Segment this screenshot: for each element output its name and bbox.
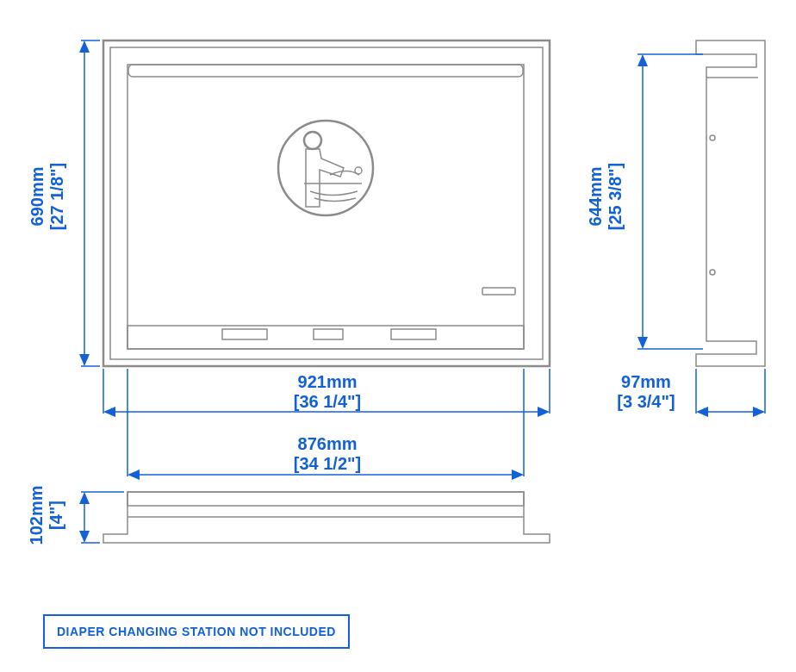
label-side-depth: 97mm [3 3/4"]: [594, 372, 698, 412]
note-box: DIAPER CHANGING STATION NOT INCLUDED: [43, 614, 350, 649]
label-front-inner-width-mm: 876mm: [298, 434, 358, 453]
svg-marker-45: [79, 492, 90, 504]
svg-marker-46: [79, 531, 90, 543]
label-top-depth-in: [4"]: [47, 501, 65, 530]
label-side-height: 644mm [25 3/8"]: [586, 136, 625, 257]
top-view: [0, 0, 796, 672]
label-front-inner-width: 876mm [34 1/2"]: [258, 434, 396, 474]
svg-rect-40: [127, 492, 524, 506]
label-top-depth-mm: 102mm: [27, 486, 46, 545]
label-front-width: 921mm [36 1/4"]: [258, 372, 396, 412]
label-front-height-mm: 690mm: [28, 167, 47, 227]
dim-top-depth: [79, 492, 124, 543]
label-side-depth-in: [3 3/4"]: [617, 392, 675, 411]
label-front-inner-width-in: [34 1/2"]: [294, 454, 361, 473]
label-side-height-mm: 644mm: [586, 167, 605, 227]
label-front-height: 690mm [27 1/8"]: [28, 136, 67, 257]
label-front-width-in: [36 1/4"]: [294, 392, 361, 411]
technical-drawing: 690mm [27 1/8"] 921mm [36 1/4"] 876mm [3…: [0, 0, 796, 672]
label-front-height-in: [27 1/8"]: [47, 163, 66, 230]
label-side-depth-mm: 97mm: [621, 372, 671, 391]
note-text: DIAPER CHANGING STATION NOT INCLUDED: [57, 625, 336, 638]
label-top-depth: 102mm [4"]: [27, 464, 66, 567]
label-front-width-mm: 921mm: [298, 372, 358, 391]
label-side-height-in: [25 3/8"]: [606, 163, 625, 230]
